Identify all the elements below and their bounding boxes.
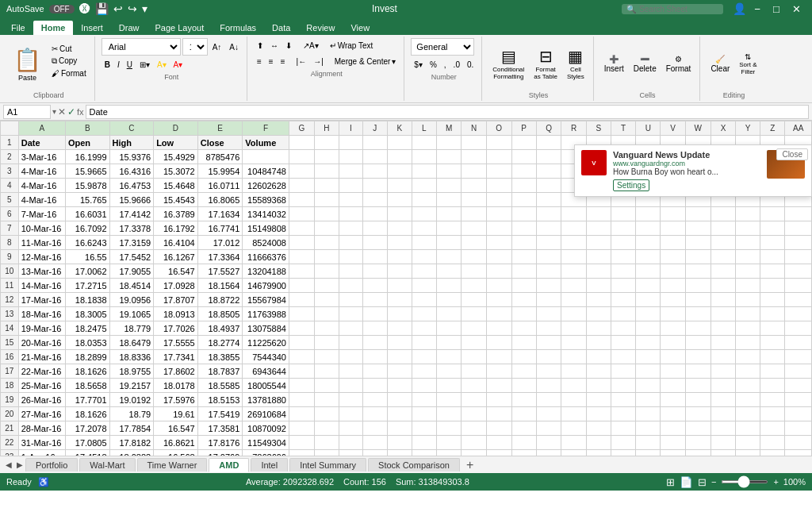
sheet-tab-intel[interactable]: Intel <box>251 458 288 471</box>
format-cells-button[interactable]: ⚙ Format <box>662 52 695 75</box>
cell-data[interactable]: 17.8602 <box>154 364 198 379</box>
cell-date[interactable]: 14-Mar-16 <box>18 279 65 293</box>
cell-date[interactable]: 17-Mar-16 <box>18 293 65 307</box>
cell-data[interactable]: 16.6031 <box>65 207 109 221</box>
table-row[interactable]: 2027-Mar-1618.162618.7919.6117.541926910… <box>1 407 812 421</box>
table-row[interactable]: 1926-Mar-1617.770119.019217.597618.51531… <box>1 393 812 407</box>
font-grow-button[interactable]: A↑ <box>209 40 225 54</box>
conditional-formatting-button[interactable]: ▤ ConditionalFormatting <box>488 44 528 83</box>
cell-data[interactable]: 15149808 <box>243 221 289 236</box>
cell-data[interactable]: 16.568 <box>154 450 198 456</box>
decrease-indent-button[interactable]: |← <box>293 54 310 68</box>
cell-data[interactable]: 18.2774 <box>197 336 243 350</box>
align-bottom-button[interactable]: ⬇ <box>282 38 295 52</box>
col-header-J[interactable]: J <box>362 121 387 136</box>
col-header-H[interactable]: H <box>314 121 339 136</box>
close-button[interactable]: ✕ <box>787 3 806 15</box>
tab-scroll-left[interactable]: ◀ <box>3 460 14 469</box>
col-header-B[interactable]: B <box>65 121 109 136</box>
expand-formula-button[interactable]: ▾ <box>52 107 56 116</box>
cell-data[interactable]: 15567984 <box>243 293 289 307</box>
table-row[interactable]: 1825-Mar-1618.565819.215718.017818.55851… <box>1 379 812 393</box>
table-row[interactable]: 1217-Mar-1618.183819.095617.870718.87221… <box>1 293 812 307</box>
cell-data[interactable]: 13075884 <box>243 321 289 336</box>
insert-function-button[interactable]: fx <box>77 107 84 117</box>
cell-data[interactable]: 18.0913 <box>154 307 198 321</box>
cell-data[interactable]: 17.012 <box>197 236 243 250</box>
cell-data[interactable]: 16.0711 <box>197 179 243 193</box>
cell-data[interactable]: 15.9376 <box>109 150 154 164</box>
cell-data[interactable]: 15.765 <box>65 193 109 207</box>
cell-data[interactable]: 26910684 <box>243 407 289 421</box>
cell-data[interactable]: 16.547 <box>154 421 198 436</box>
col-header-K[interactable]: K <box>387 121 412 136</box>
font-shrink-button[interactable]: A↓ <box>226 40 242 54</box>
cell-data[interactable]: 15.9954 <box>197 164 243 179</box>
col-header-R[interactable]: R <box>561 121 586 136</box>
cell-data[interactable]: 16.6243 <box>65 236 109 250</box>
cell-date[interactable]: 25-Mar-16 <box>18 379 65 393</box>
sheet-tab-intel-summary[interactable]: Intel Summary <box>289 458 366 471</box>
cell-data[interactable]: 18.5153 <box>197 393 243 407</box>
cell-data[interactable]: 17.2078 <box>65 421 109 436</box>
page-break-view-button[interactable]: ⊟ <box>698 476 707 488</box>
col-header-T[interactable]: T <box>611 121 635 136</box>
cell-data[interactable]: 19.1065 <box>109 307 154 321</box>
currency-button[interactable]: $▾ <box>411 57 426 71</box>
increase-indent-button[interactable]: →| <box>310 54 327 68</box>
format-painter-button[interactable]: 🖌Format <box>48 67 90 79</box>
cell-data[interactable]: 17.4518 <box>65 450 109 456</box>
sheet-tab-stock-comparison[interactable]: Stock Comparison <box>368 458 460 471</box>
tab-home[interactable]: Home <box>33 21 74 35</box>
tab-view[interactable]: View <box>343 21 377 35</box>
cell-data[interactable]: 18.3005 <box>65 307 109 321</box>
cell-data[interactable]: 7544340 <box>243 350 289 364</box>
cell-data[interactable]: 18.1838 <box>65 293 109 307</box>
cell-data[interactable]: 17.3364 <box>197 250 243 264</box>
col-header-V[interactable]: V <box>661 121 685 136</box>
cell-date[interactable]: 11-Mar-16 <box>18 236 65 250</box>
cell-date[interactable]: 10-Mar-16 <box>18 221 65 236</box>
cell-data[interactable]: 17.2715 <box>65 279 109 293</box>
zoom-slider[interactable] <box>721 480 768 483</box>
tab-data[interactable]: Data <box>264 21 298 35</box>
cell-data[interactable]: 18.5658 <box>65 379 109 393</box>
col-header-M[interactable]: M <box>436 121 462 136</box>
align-right-button[interactable]: ≡ <box>278 54 289 68</box>
cell-data[interactable]: 17.8176 <box>197 436 243 450</box>
cell-data[interactable]: 16.4753 <box>109 179 154 193</box>
cell-data[interactable]: 15.4929 <box>154 150 198 164</box>
cell-data[interactable]: 17.3581 <box>197 421 243 436</box>
percent-button[interactable]: % <box>427 57 440 71</box>
cell-data[interactable]: 18.1626 <box>65 407 109 421</box>
clear-button[interactable]: 🧹 Clear <box>707 52 733 75</box>
cell-data[interactable]: 17.1634 <box>197 207 243 221</box>
cell-data[interactable]: 17.5452 <box>109 250 154 264</box>
cell-date[interactable]: 4-Mar-16 <box>18 164 65 179</box>
cell-data[interactable]: 17.7701 <box>65 393 109 407</box>
confirm-formula-button[interactable]: ✓ <box>67 106 75 117</box>
cancel-formula-button[interactable]: ✕ <box>58 106 66 117</box>
cell-data[interactable]: 17.7341 <box>154 350 198 364</box>
col-header-A[interactable]: A <box>18 121 65 136</box>
cell-data[interactable]: 16.8065 <box>197 193 243 207</box>
cell-data[interactable]: 18.79 <box>109 407 154 421</box>
cell-date[interactable]: 20-Mar-16 <box>18 336 65 350</box>
decrease-decimal-button[interactable]: 0. <box>464 57 477 71</box>
cell-data[interactable]: 10870092 <box>243 421 289 436</box>
cell-styles-button[interactable]: ▦ CellStyles <box>563 44 588 83</box>
notif-close-button[interactable]: Close <box>776 148 808 160</box>
cell-data[interactable]: 18.0883 <box>109 450 154 456</box>
font-color-button[interactable]: A▾ <box>170 57 186 71</box>
cell-data[interactable]: 15.3072 <box>154 164 198 179</box>
borders-button[interactable]: ⊞▾ <box>136 57 153 71</box>
cell-data[interactable]: 18.2475 <box>65 321 109 336</box>
cell-data[interactable]: 18.779 <box>109 321 154 336</box>
cell-data[interactable]: 19.61 <box>154 407 198 421</box>
cell-data[interactable]: 18.5585 <box>197 379 243 393</box>
cell-date[interactable]: 13-Mar-16 <box>18 264 65 279</box>
cell-data[interactable]: 17.5419 <box>197 407 243 421</box>
col-header-AA[interactable]: AA <box>785 121 812 136</box>
cell-data[interactable]: 17.5555 <box>154 336 198 350</box>
cell-data[interactable]: 17.4142 <box>109 207 154 221</box>
